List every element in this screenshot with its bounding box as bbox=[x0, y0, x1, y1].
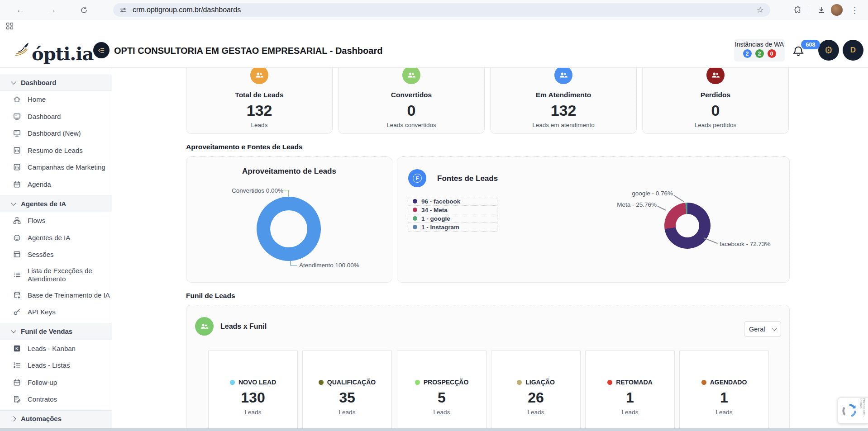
donut-hole bbox=[270, 210, 307, 247]
stage-dot bbox=[415, 380, 420, 385]
notification-count-badge[interactable]: 608 bbox=[801, 40, 820, 49]
stage-value: 26 bbox=[491, 389, 580, 406]
sidebar-item-campanhas-de-marketing[interactable]: Campanhas de Marketing bbox=[0, 159, 112, 176]
leader-line bbox=[290, 260, 297, 265]
legend-dot bbox=[413, 199, 417, 204]
stage-dot bbox=[607, 380, 612, 385]
people-icon bbox=[402, 66, 420, 84]
bar-chart-icon bbox=[13, 146, 21, 155]
sidebar-section-funil-de-vendas[interactable]: Funil de Vendas bbox=[0, 323, 112, 340]
database-icon bbox=[13, 291, 21, 299]
legend-dot bbox=[413, 216, 417, 221]
people-icon bbox=[250, 66, 268, 84]
aproveitamento-card: Aproveitamento de Leads Convertidos 0.00… bbox=[186, 156, 392, 283]
sidebar-item-dashboard[interactable]: Dashboard bbox=[0, 108, 112, 125]
sidebar-item-flows[interactable]: Flows bbox=[0, 212, 112, 229]
stage-value: 35 bbox=[303, 389, 391, 406]
numbered-list-icon bbox=[13, 361, 21, 369]
sidebar-toggle-button[interactable] bbox=[93, 42, 110, 58]
sidebar-section-agentes-de-ia[interactable]: Agentes de IA bbox=[0, 195, 112, 212]
sidebar-item-lista-de-excecoes[interactable]: Lista de Exceções de Atendimento bbox=[0, 263, 112, 287]
chevron-right-icon bbox=[11, 416, 16, 421]
stat-value: 132 bbox=[491, 102, 636, 119]
browser-reload-icon[interactable] bbox=[78, 4, 90, 16]
app-logo-text[interactable]: ópti.ia bbox=[32, 43, 93, 64]
sidebar-item-agenda[interactable]: Agenda bbox=[0, 176, 112, 193]
aproveitamento-card-title: Aproveitamento de Leads bbox=[186, 167, 392, 176]
section-title-aproveitamento: Aproveitamento e Fontes de Leads bbox=[186, 143, 303, 151]
window-bottom-edge bbox=[0, 428, 868, 431]
funil-filter-select[interactable]: Geral bbox=[744, 321, 781, 337]
sidebar-item-agentes-de-ia[interactable]: Agentes de IA bbox=[0, 229, 112, 246]
downloads-icon[interactable] bbox=[816, 4, 827, 16]
table-icon bbox=[13, 250, 21, 259]
donut-label-atendimento: Atendimento 100.00% bbox=[299, 262, 359, 269]
stage-unit: Leads bbox=[209, 409, 297, 416]
browser-profile-avatar[interactable] bbox=[831, 4, 843, 16]
app-header: ópti.ia OPTI CONSULTORIA EM GESTAO EMPRE… bbox=[0, 32, 868, 68]
funnel-stage-qualificacao: QUALIFICAÇÃO 35 Leads bbox=[302, 350, 392, 431]
sidebar-item-api-keys[interactable]: API Keys bbox=[0, 303, 112, 321]
stage-unit: Leads bbox=[303, 409, 391, 416]
browser-menu-icon[interactable]: ⋮ bbox=[849, 4, 861, 16]
sidebar-section-dashboard[interactable]: Dashboard bbox=[0, 74, 112, 91]
chevron-down-icon bbox=[772, 326, 777, 331]
stat-title: Convertidos bbox=[339, 91, 484, 99]
sidebar-section-automacoes[interactable]: Automações bbox=[0, 410, 112, 427]
funnel-stage-agendado: AGENDADO 1 Leads bbox=[679, 350, 769, 431]
opti-logo-bird-icon bbox=[13, 40, 33, 60]
stat-subtitle: Leads bbox=[186, 122, 332, 128]
sidebar-item-sessoes[interactable]: Sessões bbox=[0, 246, 112, 263]
legend-item-instagram[interactable]: 1 - instagram bbox=[408, 223, 497, 232]
sidebar-item-dashboard-new[interactable]: Dashboard (New) bbox=[0, 125, 112, 142]
stage-unit: Leads bbox=[397, 409, 486, 416]
stat-title: Total de Leads bbox=[186, 91, 332, 99]
stat-value: 132 bbox=[186, 102, 332, 119]
stat-subtitle: Leads perdidos bbox=[643, 122, 788, 128]
recaptcha-icon bbox=[842, 403, 857, 418]
callout-facebook: facebook - 72.73% bbox=[720, 241, 771, 247]
svg-text:K: K bbox=[15, 346, 19, 351]
stage-value: 130 bbox=[209, 389, 297, 406]
funnel-stage-novo-lead: NOVO LEAD 130 Leads bbox=[208, 350, 298, 431]
extensions-icon[interactable] bbox=[792, 4, 804, 16]
apps-grid-icon[interactable] bbox=[6, 22, 14, 30]
sitemap-icon bbox=[13, 216, 21, 225]
wa-badge-offline[interactable]: 0 bbox=[768, 49, 776, 58]
sidebar-item-home[interactable]: Home bbox=[0, 91, 112, 108]
legend-item-meta[interactable]: 34 - Meta bbox=[408, 205, 497, 214]
browser-forward-icon[interactable]: → bbox=[46, 4, 58, 16]
contract-icon bbox=[13, 395, 21, 403]
url-bar[interactable]: crm.optigroup.com.br/dashboards ☆ bbox=[113, 3, 770, 17]
leader-line bbox=[658, 206, 666, 210]
recaptcha-badge[interactable]: Privacidade - Termos bbox=[838, 398, 868, 424]
browser-back-icon[interactable]: ← bbox=[14, 4, 26, 16]
sidebar-item-leads-listas[interactable]: Leads - Listas bbox=[0, 357, 112, 374]
list-icon bbox=[13, 270, 21, 279]
legend-item-facebook[interactable]: 96 - facebook bbox=[408, 197, 497, 206]
stage-unit: Leads bbox=[491, 409, 580, 416]
sidebar-item-resumo-de-leads[interactable]: Resumo de Leads bbox=[0, 142, 112, 159]
sidebar-item-base-de-treinamento[interactable]: Base de Treinamento de IA bbox=[0, 287, 112, 304]
wa-badge-active[interactable]: 2 bbox=[755, 49, 764, 58]
sidebar-item-contratos[interactable]: Contratos bbox=[0, 391, 112, 408]
url-text[interactable]: crm.optigroup.com.br/dashboards bbox=[133, 6, 757, 14]
stage-dot bbox=[230, 380, 235, 385]
wa-instances-widget: Instâncias de WA 2 2 0 bbox=[734, 39, 785, 62]
stage-dot bbox=[701, 380, 706, 385]
stage-value: 5 bbox=[397, 389, 486, 406]
sidebar-nav: Dashboard Home Dashboard Dashboard (New)… bbox=[0, 68, 112, 428]
chevron-down-icon bbox=[11, 328, 16, 333]
sidebar-item-follow-up[interactable]: Follow-up bbox=[0, 374, 112, 391]
fontes-legend: 96 - facebook 34 - Meta 1 - google 1 - i… bbox=[408, 197, 497, 232]
funnel-stage-prospeccao: PROSPECÇÃO 5 Leads bbox=[397, 350, 486, 431]
bookmark-star-icon[interactable]: ☆ bbox=[757, 5, 764, 15]
site-settings-icon[interactable] bbox=[119, 6, 127, 14]
calendar-icon bbox=[13, 180, 21, 189]
settings-button[interactable]: ⚙ bbox=[818, 40, 839, 61]
legend-item-google[interactable]: 1 - google bbox=[408, 214, 497, 223]
sidebar-item-leads-kanban[interactable]: K Leads - Kanban bbox=[0, 340, 112, 357]
user-avatar[interactable]: D bbox=[843, 40, 863, 61]
wa-badge-connected[interactable]: 2 bbox=[743, 49, 752, 58]
stage-dot bbox=[517, 380, 522, 385]
